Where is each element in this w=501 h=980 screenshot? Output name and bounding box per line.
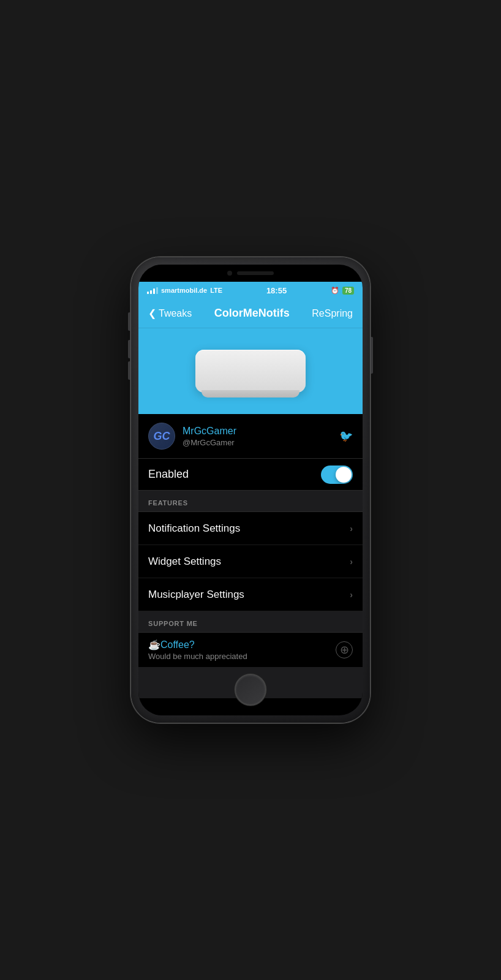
notification-widget-preview bbox=[195, 350, 306, 393]
back-chevron-icon: ❮ bbox=[148, 307, 156, 319]
widget-settings-label: Widget Settings bbox=[148, 556, 221, 568]
respring-button[interactable]: ReSpring bbox=[312, 308, 353, 319]
status-left: smartmobil.de LTE bbox=[147, 287, 222, 294]
coffee-title: ☕Coffee? bbox=[148, 639, 247, 650]
toggle-knob bbox=[336, 467, 352, 483]
status-time: 18:55 bbox=[266, 286, 287, 295]
alarm-icon: ⏰ bbox=[331, 287, 339, 295]
nav-bar: ❮ Tweaks ColorMeNotifs ReSpring bbox=[138, 299, 363, 328]
signal-bar-2 bbox=[150, 290, 152, 294]
signal-bar-1 bbox=[147, 292, 149, 294]
user-name: MrGcGamer bbox=[183, 426, 236, 437]
chevron-icon-2: › bbox=[350, 557, 353, 567]
widget-settings-item[interactable]: Widget Settings › bbox=[138, 545, 363, 578]
signal-bar-3 bbox=[153, 288, 155, 294]
enabled-row: Enabled bbox=[138, 459, 363, 491]
status-right: ⏰ 78 bbox=[331, 287, 354, 295]
home-button[interactable] bbox=[235, 674, 266, 706]
screen-content: smartmobil.de LTE 18:55 ⏰ 78 ❮ Tweaks Co… bbox=[138, 265, 363, 698]
twitter-icon[interactable]: 🐦 bbox=[339, 429, 353, 443]
carrier-label: smartmobil.de bbox=[161, 287, 207, 294]
speaker-bar bbox=[237, 271, 274, 275]
network-label: LTE bbox=[210, 287, 222, 294]
back-button[interactable]: ❮ Tweaks bbox=[148, 307, 192, 319]
coffee-item[interactable]: ☕Coffee? Would be much appreciated ⊕ bbox=[138, 633, 363, 667]
enabled-toggle[interactable] bbox=[321, 466, 353, 484]
phone-screen: smartmobil.de LTE 18:55 ⏰ 78 ❮ Tweaks Co… bbox=[138, 265, 363, 715]
features-label: FEATURES bbox=[148, 499, 188, 507]
user-handle: @MrGcGamer bbox=[183, 438, 236, 447]
user-profile-row: GC MrGcGamer @MrGcGamer 🐦 bbox=[138, 414, 363, 459]
coffee-text: ☕Coffee? Would be much appreciated bbox=[148, 639, 247, 661]
chevron-icon-3: › bbox=[350, 590, 353, 600]
enabled-label: Enabled bbox=[148, 468, 189, 481]
avatar-icon: GC bbox=[154, 430, 170, 443]
notification-settings-item[interactable]: Notification Settings › bbox=[138, 512, 363, 545]
hero-area bbox=[138, 328, 363, 414]
chevron-icon-1: › bbox=[350, 524, 353, 533]
status-bar: smartmobil.de LTE 18:55 ⏰ 78 bbox=[138, 282, 363, 299]
user-text: MrGcGamer @MrGcGamer bbox=[183, 426, 236, 447]
battery-indicator: 78 bbox=[342, 287, 354, 295]
musicplayer-settings-label: Musicplayer Settings bbox=[148, 589, 244, 601]
avatar: GC bbox=[148, 423, 175, 450]
battery-level: 78 bbox=[345, 287, 352, 294]
support-label: SUPPORT ME bbox=[148, 620, 198, 627]
user-info: GC MrGcGamer @MrGcGamer bbox=[148, 423, 236, 450]
features-section-header: FEATURES bbox=[138, 491, 363, 512]
musicplayer-settings-item[interactable]: Musicplayer Settings › bbox=[138, 578, 363, 611]
settings-content: GC MrGcGamer @MrGcGamer 🐦 Enabled bbox=[138, 414, 363, 698]
support-section-header: SUPPORT ME bbox=[138, 611, 363, 633]
coffee-subtitle: Would be much appreciated bbox=[148, 652, 247, 661]
nav-title: ColorMeNotifs bbox=[214, 307, 290, 320]
top-sensor-bar bbox=[227, 271, 274, 276]
signal-bars bbox=[147, 287, 158, 294]
notification-settings-label: Notification Settings bbox=[148, 522, 240, 535]
camera-dot bbox=[227, 271, 232, 276]
back-label: Tweaks bbox=[159, 308, 192, 319]
signal-bar-4 bbox=[156, 287, 158, 294]
compass-icon: ⊕ bbox=[336, 641, 353, 658]
phone-frame: smartmobil.de LTE 18:55 ⏰ 78 ❮ Tweaks Co… bbox=[131, 257, 370, 723]
